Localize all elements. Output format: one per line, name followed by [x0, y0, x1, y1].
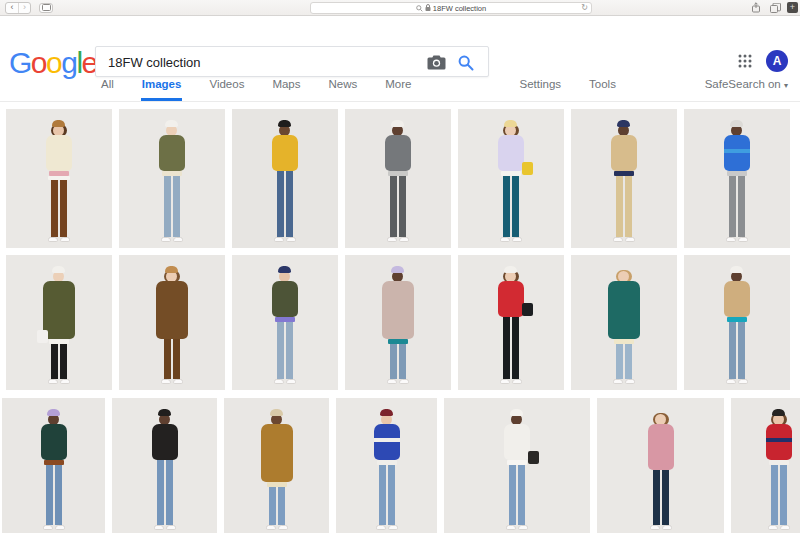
tab-tools[interactable]: Tools [588, 69, 617, 101]
tab-images[interactable]: Images [141, 69, 183, 101]
figure-part [161, 379, 171, 384]
tab-overview-button[interactable] [768, 2, 782, 13]
grid-row [0, 109, 800, 248]
figure-part [270, 409, 283, 416]
reload-icon[interactable]: ↻ [581, 3, 588, 12]
image-result[interactable] [224, 398, 329, 533]
image-result[interactable] [571, 255, 677, 390]
figure-part [512, 176, 519, 237]
figure-part [617, 120, 630, 127]
grid-row [0, 398, 800, 533]
model-figure [152, 266, 192, 385]
image-result[interactable] [684, 255, 790, 390]
figure-part [625, 379, 635, 384]
nav-buttons: ‹ › [5, 2, 31, 14]
model-figure [39, 266, 79, 385]
figure-part [780, 525, 790, 530]
figure-part [51, 180, 58, 237]
figure-part [608, 281, 640, 339]
image-result[interactable] [112, 398, 217, 533]
google-apps-icon[interactable] [738, 54, 752, 68]
image-result[interactable] [458, 255, 564, 390]
figure-part [726, 237, 736, 242]
figure-part [625, 176, 632, 237]
image-result[interactable] [444, 398, 590, 533]
figure-part [52, 120, 65, 127]
tab-settings[interactable]: Settings [518, 69, 562, 101]
figure-part [48, 237, 58, 242]
chevron-down-icon: ▾ [784, 81, 788, 90]
tab-news[interactable]: News [328, 69, 359, 101]
figure-part [399, 237, 409, 242]
figure-part [616, 176, 623, 237]
image-result[interactable] [597, 398, 724, 533]
image-result[interactable] [119, 255, 225, 390]
figure-part [503, 317, 510, 379]
image-result[interactable] [345, 109, 451, 248]
tab-more[interactable]: More [384, 69, 412, 101]
image-result[interactable] [119, 109, 225, 248]
figure-part [625, 237, 635, 242]
sidebar-button[interactable] [39, 3, 53, 13]
figure-part [165, 120, 178, 127]
figure-part [388, 465, 395, 525]
figure-part [374, 424, 400, 460]
figure-part [648, 424, 674, 470]
address-bar[interactable]: 18FW collection ↻ [310, 2, 592, 14]
image-result[interactable] [684, 109, 790, 248]
figure-part [724, 149, 750, 153]
search-icon [416, 5, 423, 12]
image-result[interactable] [458, 109, 564, 248]
forward-button[interactable]: › [18, 3, 30, 13]
figure-part [738, 176, 745, 237]
figure-part [724, 135, 750, 171]
tab-videos[interactable]: Videos [208, 69, 245, 101]
model-figure [491, 266, 531, 385]
image-result[interactable] [232, 109, 338, 248]
figure-part [152, 424, 178, 460]
model-figure [491, 120, 531, 243]
image-result[interactable] [6, 255, 112, 390]
image-result[interactable] [345, 255, 451, 390]
figure-part [159, 135, 185, 171]
figure-part [382, 281, 414, 339]
tab-maps[interactable]: Maps [271, 69, 301, 101]
figure-part [286, 237, 296, 242]
model-figure [265, 120, 305, 243]
figure-part [173, 339, 180, 379]
model-figure [39, 120, 79, 243]
figure-part [387, 237, 397, 242]
browser-toolbar: ‹ › 18FW collection ↻ + [0, 0, 800, 16]
figure-part [274, 237, 284, 242]
figure-part [399, 379, 409, 384]
image-result[interactable] [336, 398, 437, 533]
model-figure [641, 409, 681, 531]
figure-part [738, 237, 748, 242]
figure-part [616, 344, 623, 379]
figure-part [611, 135, 637, 171]
share-button[interactable] [749, 2, 763, 13]
tab-all[interactable]: All [100, 69, 115, 101]
figure-part [729, 176, 736, 237]
figure-part [498, 135, 524, 171]
image-result[interactable] [6, 109, 112, 248]
model-figure [497, 409, 537, 531]
image-result[interactable] [571, 109, 677, 248]
search-input[interactable]: 18FW collection [108, 55, 200, 70]
figure-part [278, 525, 288, 530]
image-result[interactable] [731, 398, 800, 533]
figure-part [60, 379, 70, 384]
figure-part [730, 266, 743, 273]
figure-part [766, 438, 792, 442]
image-result[interactable] [232, 255, 338, 390]
safesearch-control[interactable]: SafeSearch on ▾ [705, 78, 788, 90]
new-tab-button[interactable]: + [787, 2, 798, 13]
figure-part [266, 525, 276, 530]
back-button[interactable]: ‹ [6, 3, 18, 13]
figure-part [173, 176, 180, 237]
image-result[interactable] [2, 398, 105, 533]
figure-part [60, 237, 70, 242]
camera-icon [427, 55, 446, 70]
figure-part [158, 409, 171, 416]
safesearch-label: SafeSearch on [705, 78, 781, 90]
